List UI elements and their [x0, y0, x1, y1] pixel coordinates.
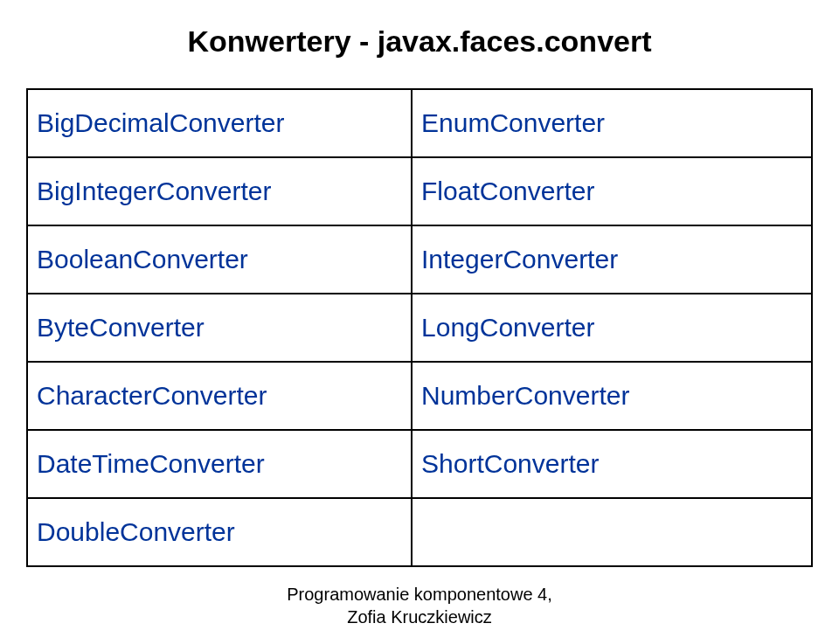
page-title: Konwertery - javax.faces.convert: [26, 24, 813, 59]
page-footer: Programowanie komponentowe 4, Zofia Kruc…: [0, 583, 839, 628]
cell-right: LongConverter: [412, 294, 812, 362]
table-row: CharacterConverter NumberConverter: [27, 362, 812, 430]
cell-right: NumberConverter: [412, 362, 812, 430]
cell-right: IntegerConverter: [412, 225, 812, 294]
cell-left: CharacterConverter: [27, 362, 412, 430]
table-row: BigIntegerConverter FloatConverter: [27, 157, 812, 225]
table-row: ByteConverter LongConverter: [27, 294, 812, 362]
table-row: BooleanConverter IntegerConverter: [27, 225, 812, 294]
cell-right: [412, 498, 812, 566]
cell-left: BooleanConverter: [27, 225, 412, 294]
table-row: DoubleConverter: [27, 498, 812, 566]
cell-left: DateTimeConverter: [27, 430, 412, 498]
table-row: DateTimeConverter ShortConverter: [27, 430, 812, 498]
cell-left: DoubleConverter: [27, 498, 412, 566]
cell-left: BigIntegerConverter: [27, 157, 412, 225]
cell-right: FloatConverter: [412, 157, 812, 225]
footer-line-2: Zofia Kruczkiewicz: [0, 606, 839, 628]
cell-right: EnumConverter: [412, 89, 812, 157]
table-row: BigDecimalConverter EnumConverter: [27, 89, 812, 157]
cell-right: ShortConverter: [412, 430, 812, 498]
converter-table: BigDecimalConverter EnumConverter BigInt…: [26, 88, 813, 567]
footer-line-1: Programowanie komponentowe 4,: [0, 583, 839, 606]
cell-left: BigDecimalConverter: [27, 89, 412, 157]
cell-left: ByteConverter: [27, 294, 412, 362]
